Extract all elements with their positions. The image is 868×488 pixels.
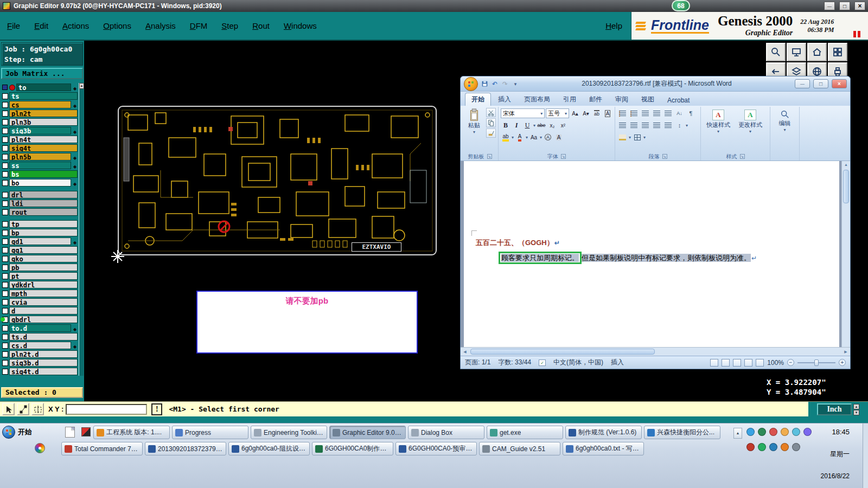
status-mode[interactable]: 插入 [611, 358, 624, 367]
outline-view-button[interactable] [744, 359, 752, 367]
layer-checkbox[interactable] [2, 180, 8, 186]
tray-icon[interactable] [746, 428, 755, 436]
quicklaunch-document-icon[interactable] [65, 427, 75, 438]
word-minimize-button[interactable] [795, 79, 810, 88]
menu-file[interactable]: File [0, 12, 27, 40]
layer-row-pb[interactable]: pb [1, 263, 78, 272]
tab-Acrobat[interactable]: Acrobat [661, 95, 695, 106]
show-marks-button[interactable] [686, 109, 696, 118]
measure-tool-button[interactable] [17, 403, 29, 415]
tray-icon[interactable] [781, 443, 789, 451]
font-name-select[interactable]: 宋体▾ [501, 108, 545, 118]
layer-row-gbdrl[interactable]: gbdrl [1, 315, 78, 324]
layer-row-cvia[interactable]: cvia [1, 298, 78, 306]
undo-icon[interactable] [490, 80, 499, 88]
layer-checkbox[interactable] [2, 111, 8, 117]
paste-button[interactable]: 粘贴 ▾ [464, 108, 484, 138]
enclose-characters-button[interactable] [543, 132, 553, 142]
layer-checkbox[interactable] [2, 119, 8, 125]
tray-icon[interactable] [769, 428, 777, 436]
draft-view-button[interactable] [756, 359, 764, 367]
layer-checkbox[interactable] [2, 163, 8, 169]
tab-开始[interactable]: 开始 [465, 93, 491, 106]
tab-插入[interactable]: 插入 [492, 93, 517, 106]
underline-button[interactable] [522, 120, 532, 130]
menu-step[interactable]: Step [214, 12, 245, 40]
taskbar-button[interactable]: 20130920183723796.... [145, 442, 226, 455]
layer-row-sig3b[interactable]: sig3b [1, 126, 78, 135]
word-title-bar[interactable]: 20130920183723796.rtf [兼容模式] - Microsoft… [461, 76, 850, 92]
text-highlight-button[interactable] [501, 132, 510, 142]
menu-edit[interactable]: Edit [27, 12, 55, 40]
superscript-button[interactable] [558, 120, 568, 130]
status-page[interactable]: 页面: 1/1 [465, 358, 490, 367]
layer-checkbox[interactable] [2, 137, 8, 143]
subscript-button[interactable] [547, 120, 557, 130]
layer-row-bp[interactable]: bp [1, 228, 78, 237]
layer-row-cs[interactable]: cs [1, 100, 78, 109]
spellcheck-icon[interactable] [539, 359, 546, 366]
scroll-up-icon[interactable]: ▲ [842, 161, 850, 169]
tray-icon[interactable] [792, 443, 800, 451]
tray-icon[interactable] [746, 443, 755, 451]
layer-row-ss[interactable]: ss [1, 161, 78, 170]
layer-row-drl[interactable]: drl [1, 190, 78, 199]
marquee-tool-button[interactable] [31, 403, 44, 415]
restore-button[interactable] [839, 2, 850, 10]
layer-row-ydkdrl[interactable]: ydkdrl [1, 280, 78, 289]
layer-row-rout[interactable]: rout [1, 208, 78, 216]
line-spacing-button[interactable] [674, 121, 685, 130]
layer-checkbox[interactable] [2, 256, 8, 262]
font-size-select[interactable]: 五号▾ [546, 108, 569, 118]
phonetic-guide-button[interactable] [592, 108, 602, 118]
taskbar-button[interactable]: 制作规范 (Ver:1.0.6) [565, 426, 642, 439]
character-shading-button[interactable] [554, 132, 564, 142]
units-spinner[interactable]: ▲▼ [853, 404, 859, 415]
layer-checkbox[interactable] [2, 369, 8, 375]
menu-windows[interactable]: Windows [277, 12, 324, 40]
layer-checkbox[interactable] [2, 334, 8, 340]
start-button[interactable]: 开始 [2, 426, 32, 439]
layer-row-sig4t.d[interactable]: sig4t.d [1, 367, 78, 376]
layer-row-to.d[interactable]: to.d [1, 324, 78, 332]
taskbar-button[interactable]: 6G0GH00CA0制作单.xls... [312, 442, 393, 455]
zoom-slider-thumb[interactable] [814, 359, 819, 366]
layer-row-cs.d[interactable]: cs.d [1, 341, 78, 350]
layer-checkbox[interactable] [2, 291, 8, 297]
show-desktop-button[interactable] [863, 423, 868, 488]
editing-button[interactable]: 编辑 ▾ [773, 108, 797, 133]
character-border-button[interactable] [603, 108, 612, 118]
quick-styles-button[interactable]: 快速样式 ▾ [703, 108, 733, 134]
layer-checkbox[interactable] [2, 360, 8, 366]
layer-checkbox[interactable] [2, 299, 8, 305]
screen-view-button[interactable] [787, 43, 806, 61]
job-matrix-button[interactable]: Job Matrix ... [1, 68, 83, 79]
borders-button[interactable] [632, 133, 642, 142]
taskbar-button[interactable]: 工程系统 版本: 1.... [93, 426, 170, 439]
layer-checkbox[interactable] [2, 325, 8, 331]
select-tool-button[interactable] [2, 403, 15, 415]
layer-checkbox[interactable] [2, 201, 8, 207]
layer-row-pln3b[interactable]: pln3b [1, 118, 78, 126]
taskbar-button[interactable]: Total Commander 7.0 pu... [61, 442, 143, 455]
tab-视图[interactable]: 视图 [635, 93, 660, 106]
strikethrough-button[interactable] [537, 120, 546, 130]
print-layout-view-button[interactable] [710, 359, 718, 367]
tray-icon[interactable] [758, 443, 766, 451]
scroll-up-icon[interactable]: ▲ [79, 83, 84, 89]
layer-checkbox[interactable] [2, 221, 8, 227]
units-button[interactable]: Inch [817, 403, 852, 415]
layer-checkbox[interactable] [2, 102, 8, 108]
layer-row-ts.d[interactable]: ts.d [1, 332, 78, 341]
styles-launcher-icon[interactable] [740, 154, 745, 159]
layer-row-pln5b[interactable]: pln5b [1, 152, 78, 161]
layer-row-d[interactable]: d [1, 306, 78, 315]
font-launcher-icon[interactable] [561, 154, 566, 159]
layer-checkbox[interactable] [2, 282, 8, 288]
menu-dfm[interactable]: DFM [183, 12, 215, 40]
shading-button[interactable] [617, 133, 628, 142]
layer-row-pln2t[interactable]: pln2t [1, 109, 78, 118]
menu-actions[interactable]: Actions [55, 12, 96, 40]
layer-row-ldi[interactable]: ldi [1, 199, 78, 208]
tray-expand-icon[interactable] [733, 428, 742, 439]
